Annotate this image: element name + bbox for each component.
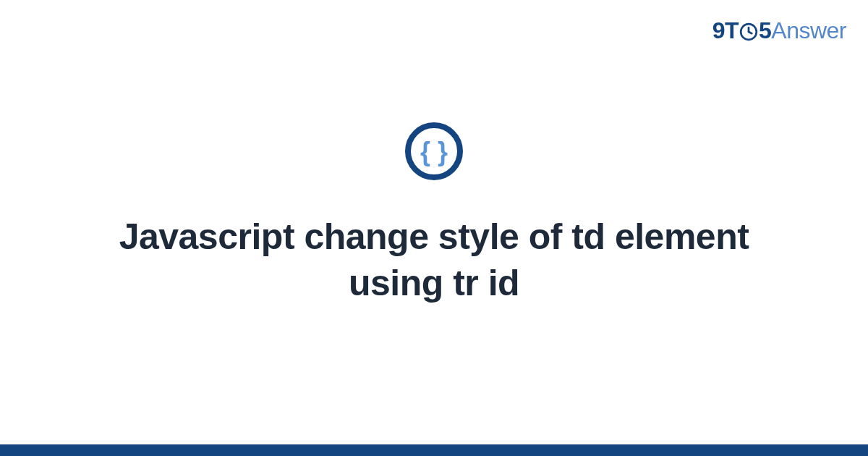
page-title: Javascript change style of td element us… <box>109 214 760 306</box>
main-content: { } Javascript change style of td elemen… <box>0 0 868 456</box>
footer-accent-bar <box>0 444 868 456</box>
svg-text:{ }: { } <box>420 137 448 166</box>
category-braces-icon: { } <box>404 121 464 182</box>
